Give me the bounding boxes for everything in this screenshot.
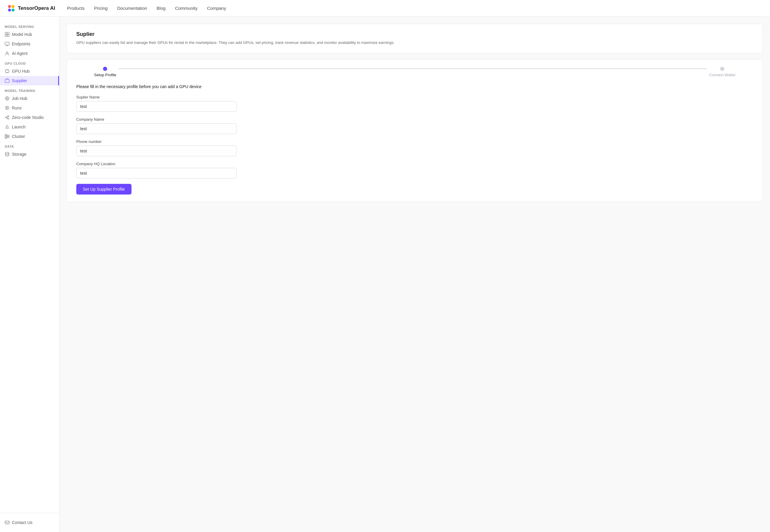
label-company-name: Company Name — [76, 117, 753, 122]
sidebar-item-zero-code-studio[interactable]: Zero-code Studio — [0, 113, 59, 122]
section-gpu-cloud: GPU Cloud — [0, 58, 59, 66]
nav-community[interactable]: Community — [175, 6, 198, 11]
logo-icon — [7, 4, 15, 12]
input-company-name[interactable] — [76, 123, 237, 134]
logo[interactable]: TensorOpera AI — [7, 4, 55, 12]
monitor-icon — [5, 42, 9, 46]
nav-links: Products Pricing Documentation Blog Comm… — [67, 6, 226, 11]
svg-rect-10 — [5, 70, 9, 72]
svg-rect-5 — [7, 32, 9, 34]
step-line — [118, 69, 707, 69]
step-1-circle — [103, 67, 107, 71]
sidebar-item-launch[interactable]: Launch — [0, 122, 59, 132]
svg-point-23 — [5, 152, 9, 154]
sidebar-item-job-hub[interactable]: Job Hub — [0, 94, 59, 103]
svg-rect-11 — [5, 79, 9, 82]
sidebar-item-gpu-hub[interactable]: GPU Hub — [0, 66, 59, 76]
step-2-circle — [720, 67, 724, 71]
step-2-label: Connect Wallet — [709, 73, 735, 77]
nav-pricing[interactable]: Pricing — [94, 6, 108, 11]
nav-blog[interactable]: Blog — [157, 6, 165, 11]
svg-rect-8 — [5, 42, 9, 45]
runs-icon — [5, 106, 9, 110]
main-content: Suplier GPU suppliers can easily list an… — [59, 17, 770, 532]
nav-company[interactable]: Company — [207, 6, 226, 11]
card-title: Suplier — [76, 31, 753, 37]
svg-point-3 — [12, 9, 15, 12]
jobs-icon — [5, 96, 9, 101]
svg-rect-18 — [5, 134, 7, 136]
input-supplier-name[interactable] — [76, 101, 237, 112]
svg-rect-21 — [7, 135, 9, 136]
sidebar-bottom: Contact Us — [0, 513, 59, 527]
svg-rect-24 — [5, 521, 9, 524]
sidebar-item-model-hub[interactable]: Model Hub — [0, 30, 59, 39]
storage-icon — [5, 152, 9, 157]
svg-point-13 — [7, 98, 8, 99]
svg-rect-19 — [5, 136, 7, 137]
svg-point-2 — [8, 9, 11, 12]
section-model-training: Model Training — [0, 85, 59, 94]
svg-rect-22 — [7, 137, 9, 138]
section-model-serving: Model Serving — [0, 21, 59, 30]
input-company-hq[interactable] — [76, 168, 237, 179]
nav-documentation[interactable]: Documentation — [117, 6, 147, 11]
svg-point-9 — [6, 52, 8, 54]
info-card: Suplier GPU suppliers can easily list an… — [66, 24, 763, 53]
svg-rect-6 — [5, 35, 7, 36]
stepper: Setup Profile Connect Wallet — [76, 67, 753, 77]
input-phone-number[interactable] — [76, 146, 237, 156]
form-group-supplier-name: Suplier Name — [76, 95, 753, 112]
svg-rect-7 — [7, 35, 9, 36]
sidebar-item-endpoints[interactable]: Endpoints — [0, 39, 59, 49]
sidebar: Model Serving Model Hub Endpoints AI Age… — [0, 17, 59, 532]
sidebar-item-supplier[interactable]: Supplier — [0, 76, 59, 85]
agent-icon — [5, 51, 9, 56]
form-group-company-hq: Company HQ Location — [76, 162, 753, 179]
cluster-icon — [5, 134, 9, 139]
form-group-company-name: Company Name — [76, 117, 753, 134]
submit-button[interactable]: Set Up Supplier Profile — [76, 184, 131, 195]
step-1-label: Setup Profile — [94, 73, 116, 77]
launch-icon — [5, 125, 9, 129]
svg-point-14 — [5, 106, 9, 110]
label-phone-number: Phone number — [76, 139, 753, 144]
contact-icon — [5, 520, 9, 525]
section-data: Data — [0, 141, 59, 149]
svg-point-1 — [12, 5, 15, 8]
sidebar-item-contact-us[interactable]: Contact Us — [0, 518, 59, 527]
sidebar-item-storage[interactable]: Storage — [0, 149, 59, 159]
svg-point-0 — [8, 5, 11, 8]
grid-icon — [5, 32, 9, 37]
card-desc: GPU suppliers can easily list and manage… — [76, 40, 753, 46]
zero-code-icon — [5, 115, 9, 120]
sidebar-item-runs[interactable]: Runs — [0, 103, 59, 113]
step-2: Connect Wallet — [709, 67, 735, 77]
sidebar-item-ai-agent[interactable]: AI Agent — [0, 49, 59, 58]
svg-rect-4 — [5, 32, 7, 34]
label-supplier-name: Suplier Name — [76, 95, 753, 99]
form-group-phone-number: Phone number — [76, 139, 753, 156]
form-card: Setup Profile Connect Wallet Please fill… — [66, 59, 763, 202]
sidebar-item-cluster[interactable]: Cluster — [0, 132, 59, 141]
step-1: Setup Profile — [94, 67, 116, 77]
form-instruction: Please fill in the necessary profile bef… — [76, 84, 753, 89]
gpu-icon — [5, 69, 9, 74]
label-company-hq: Company HQ Location — [76, 162, 753, 166]
top-nav: TensorOpera AI Products Pricing Document… — [0, 0, 770, 17]
nav-products[interactable]: Products — [67, 6, 85, 11]
svg-rect-20 — [5, 137, 7, 138]
supplier-icon — [5, 78, 9, 83]
layout: Model Serving Model Hub Endpoints AI Age… — [0, 17, 770, 532]
